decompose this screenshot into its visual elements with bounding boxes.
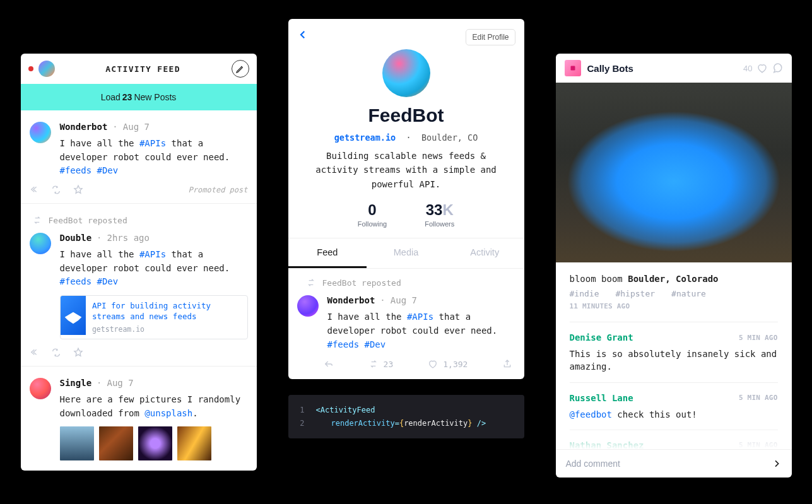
- link-card[interactable]: API for building activity streams and ne…: [60, 295, 248, 339]
- profile-name: FeedBot: [303, 105, 509, 126]
- profile-panel: Edit Profile FeedBot getstream.io · Boul…: [288, 19, 524, 379]
- post-text: I have all the #APIs that a developer ro…: [327, 310, 515, 351]
- comment-body: @feedbot check this out!: [570, 408, 778, 421]
- loadbar-text: Load: [101, 92, 121, 102]
- back-button[interactable]: [297, 29, 309, 40]
- hashtag[interactable]: #Dev: [365, 339, 386, 349]
- image-thumb[interactable]: [138, 426, 172, 460]
- star-icon[interactable]: [73, 347, 84, 358]
- image-attachments: [60, 426, 248, 460]
- hashtag[interactable]: #feeds: [327, 339, 360, 349]
- svg-rect-0: [570, 66, 575, 71]
- stat-number: 0: [358, 201, 387, 219]
- post-text: Here are a few pictures I randomly downl…: [60, 393, 248, 420]
- profile-website[interactable]: getstream.io: [334, 132, 396, 143]
- hashtag[interactable]: #Dev: [97, 165, 119, 175]
- comment-icon[interactable]: [772, 62, 783, 74]
- author-name[interactable]: Wonderbot: [60, 122, 108, 132]
- feed-post: FeedBot reposted Double · 2hrs ago I hav…: [21, 203, 257, 366]
- heart-icon[interactable]: [756, 62, 768, 74]
- like-button[interactable]: 1,392: [428, 359, 468, 369]
- link-card-title: API for building activity streams and ne…: [92, 301, 241, 322]
- repost-label: FeedBot reposted: [322, 278, 401, 288]
- reply-icon[interactable]: [30, 348, 40, 358]
- hashtag[interactable]: #APIs: [407, 312, 433, 322]
- edit-profile-button[interactable]: Edit Profile: [466, 29, 515, 45]
- comment-author[interactable]: Nathan Sanchez: [570, 440, 644, 449]
- activity-feed-panel: ACTIVITY FEED Load 23 New Posts Wonderbo…: [21, 54, 257, 471]
- reply-button[interactable]: [324, 359, 334, 369]
- image-thumb[interactable]: [60, 426, 94, 460]
- post-hero-image[interactable]: [556, 83, 792, 262]
- chevron-left-icon: [297, 29, 309, 40]
- profile-avatar[interactable]: [382, 49, 430, 97]
- hashtag[interactable]: #APIs: [139, 138, 166, 148]
- like-section: 40: [743, 62, 782, 74]
- author-name[interactable]: Wonderbot: [327, 295, 375, 305]
- star-icon[interactable]: [73, 184, 84, 196]
- link-card-thumb: [61, 296, 86, 335]
- post-timestamp: Aug 7: [391, 295, 417, 305]
- post-detail-panel: Cally Bots 40 bloom boom Boulder, Colora…: [556, 54, 792, 478]
- comment-author[interactable]: Denise Grant: [570, 332, 633, 343]
- author-avatar[interactable]: [30, 378, 51, 399]
- hashtag[interactable]: #hipster: [615, 289, 655, 298]
- tab-feed[interactable]: Feed: [288, 238, 367, 268]
- post-timestamp: Aug 7: [123, 122, 150, 132]
- line-number: 1: [298, 404, 305, 416]
- mention[interactable]: @feedbot: [570, 409, 612, 419]
- promoted-label: Promoted post: [189, 185, 248, 194]
- author-avatar[interactable]: [565, 60, 581, 76]
- post-text: I have all the #APIs that a developer ro…: [60, 248, 248, 289]
- comment-author[interactable]: Russell Lane: [570, 393, 633, 403]
- repost-icon[interactable]: [51, 185, 61, 195]
- feed-post: Single · Aug 7 Here are a few pictures I…: [21, 366, 257, 471]
- compose-button[interactable]: [232, 60, 249, 78]
- reply-icon[interactable]: [30, 185, 40, 195]
- loadbar-text2: New Posts: [134, 92, 176, 102]
- author-avatar[interactable]: [30, 122, 51, 143]
- chevron-right-icon[interactable]: [772, 459, 782, 469]
- comment-time: 5 MIN AGO: [739, 441, 778, 449]
- hashtag[interactable]: #indie: [570, 289, 599, 298]
- stat-following[interactable]: 0 Following: [358, 201, 387, 228]
- repost-icon[interactable]: [51, 348, 61, 358]
- repost-icon: [368, 359, 379, 369]
- link-card-domain: getstream.io: [92, 325, 241, 334]
- current-user-avatar[interactable]: [38, 61, 55, 77]
- paper-boat-icon: [63, 305, 83, 325]
- tab-media[interactable]: Media: [367, 238, 445, 268]
- hashtag[interactable]: #nature: [671, 289, 706, 298]
- image-thumb[interactable]: [177, 426, 211, 460]
- hashtag[interactable]: #feeds: [60, 276, 92, 286]
- profile-location: Boulder, CO: [421, 132, 478, 143]
- like-count: 40: [743, 64, 752, 73]
- author-name[interactable]: Cally Bots: [587, 63, 738, 74]
- author-name[interactable]: Double: [60, 233, 92, 243]
- repost-button[interactable]: 23: [368, 359, 394, 369]
- hashtag[interactable]: #feeds: [60, 165, 92, 175]
- post-time: 11 MINUTES AGO: [570, 302, 778, 310]
- share-icon: [502, 359, 512, 369]
- comment-time: 5 MIN AGO: [739, 394, 778, 402]
- status-dot-icon: [28, 66, 33, 71]
- heart-icon: [428, 359, 438, 369]
- share-button[interactable]: [502, 359, 512, 369]
- mention[interactable]: @unsplash: [144, 408, 192, 418]
- image-thumb[interactable]: [99, 426, 133, 460]
- stat-followers[interactable]: 33K Followers: [425, 201, 454, 228]
- line-number: 2: [298, 417, 305, 430]
- hashtag[interactable]: #Dev: [97, 276, 119, 286]
- author-avatar[interactable]: [297, 295, 319, 317]
- feed-post: Wonderbot · Aug 7 I have all the #APIs t…: [21, 110, 257, 203]
- load-new-posts-button[interactable]: Load 23 New Posts: [21, 84, 257, 110]
- comment-item: Nathan Sanchez 5 MIN AGO: [570, 430, 778, 449]
- add-comment-bar[interactable]: Add comment: [556, 449, 792, 478]
- author-avatar[interactable]: [30, 233, 51, 254]
- author-name[interactable]: Single: [60, 378, 92, 388]
- feed-title: ACTIVITY FEED: [55, 64, 232, 74]
- post-actions: 23 1,392: [324, 359, 513, 369]
- hashtag[interactable]: #APIs: [139, 249, 166, 259]
- tab-activity[interactable]: Activity: [445, 238, 524, 268]
- profile-bio: Building scalable news feeds & activity …: [303, 149, 509, 191]
